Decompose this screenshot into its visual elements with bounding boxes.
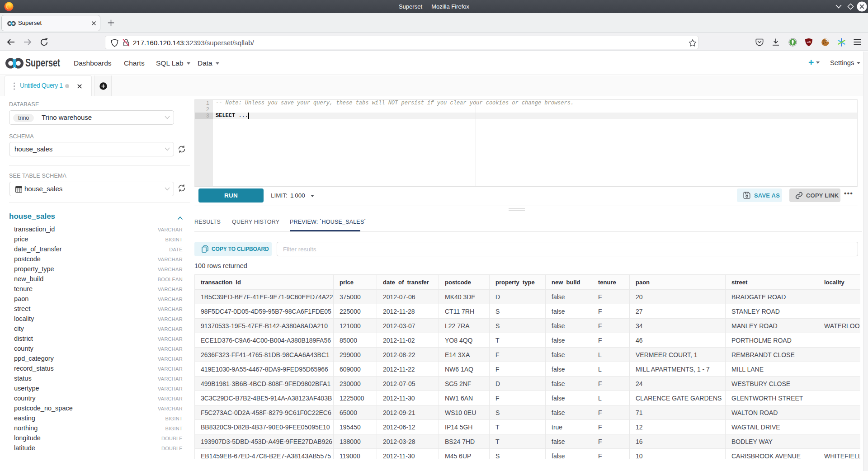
svg-text:uO: uO xyxy=(807,40,811,43)
